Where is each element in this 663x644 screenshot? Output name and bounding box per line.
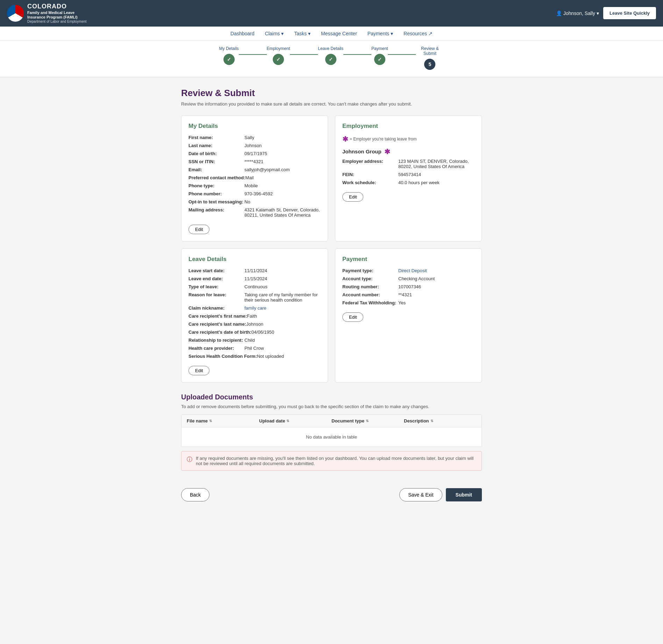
- field-email: Email: sallyjoh@yopmail.com: [188, 167, 321, 172]
- logo-text: COLORADO Family and Medical Leave Insura…: [27, 3, 87, 24]
- connector-3: [343, 54, 371, 55]
- col-description: Description ⇅: [404, 418, 476, 424]
- field-contact-method: Preferred contact method: Mail: [188, 175, 321, 180]
- field-fein: FEIN: 594573414: [342, 172, 475, 177]
- sort-icon-filename[interactable]: ⇅: [209, 419, 212, 423]
- label-care-dob: Care recipient's date of birth:: [188, 330, 251, 335]
- label-leave-reason: Reason for leave:: [188, 292, 244, 303]
- value-email: sallyjoh@yopmail.com: [244, 167, 290, 172]
- step-leave-details: Leave Details ✓: [318, 46, 343, 65]
- value-last-name: Johnson: [244, 143, 262, 148]
- label-ssn: SSN or ITIN:: [188, 159, 244, 164]
- value-leave-reason: Taking care of my family member for thei…: [244, 292, 321, 303]
- nav-claims[interactable]: Claims ▾: [265, 31, 284, 36]
- field-account-type: Account type: Checking Account: [342, 276, 475, 281]
- value-routing: 107007346: [398, 284, 421, 289]
- value-phone-number: 970-396-4592: [244, 191, 273, 196]
- warning-text: If any required documents are missing, y…: [196, 456, 476, 466]
- label-text-opt: Opt-in to text messaging:: [188, 199, 244, 204]
- value-ssn: *****4321: [244, 159, 263, 164]
- no-data-message: No data available in table: [306, 434, 357, 440]
- step-employment: Employment ✓: [267, 46, 290, 65]
- leave-details-card: Leave Details Leave start date: 11/11/20…: [181, 248, 328, 383]
- step-label-2: Employment: [267, 46, 290, 51]
- field-dob: Date of birth: 09/17/1975: [188, 151, 321, 156]
- label-contact-method: Preferred contact method:: [188, 175, 245, 180]
- label-phone-number: Phone number:: [188, 191, 244, 196]
- employer-legend: ✱ = Employer you're taking leave from: [342, 135, 475, 143]
- step-label-1: My Details: [219, 46, 239, 51]
- main-nav: Dashboard Claims ▾ Tasks ▾ Message Cente…: [0, 27, 663, 41]
- header-right: 👤 Johnson, Sally ▾ Leave Site Quickly: [556, 7, 656, 19]
- payment-card: Payment Payment type: Direct Deposit Acc…: [335, 248, 482, 383]
- sort-icon-upload-date[interactable]: ⇅: [286, 419, 289, 423]
- employer-header: Johnson Group ✱: [342, 147, 475, 156]
- cards-grid: My Details First name: Sally Last name: …: [181, 115, 482, 383]
- connector-4: [388, 54, 416, 55]
- my-details-title: My Details: [188, 123, 321, 130]
- my-details-edit-button[interactable]: Edit: [188, 225, 209, 234]
- field-text-opt: Opt-in to text messaging: No: [188, 199, 321, 204]
- user-menu[interactable]: 👤 Johnson, Sally ▾: [556, 10, 599, 16]
- field-first-name: First name: Sally: [188, 135, 321, 140]
- state-name: COLORADO: [27, 3, 87, 10]
- sort-icon-description[interactable]: ⇅: [430, 419, 433, 423]
- nav-resources[interactable]: Resources ↗: [404, 31, 433, 36]
- value-dob: 09/17/1975: [244, 151, 267, 156]
- field-routing: Routing number: 107007346: [342, 284, 475, 289]
- value-care-dob: 04/06/1950: [251, 330, 274, 335]
- field-phone-number: Phone number: 970-396-4592: [188, 191, 321, 196]
- nav-dashboard[interactable]: Dashboard: [230, 31, 255, 36]
- step-circle-5: 5: [424, 59, 435, 70]
- field-ssn: SSN or ITIN: *****4321: [188, 159, 321, 164]
- value-text-opt: No: [244, 199, 250, 204]
- field-leave-reason: Reason for leave: Taking care of my fami…: [188, 292, 321, 303]
- label-leave-type: Type of leave:: [188, 284, 244, 289]
- label-care-last: Care recipient's last name:: [188, 321, 246, 327]
- value-hcp: Phil Crow: [244, 346, 264, 351]
- field-work-schedule: Work schedule: 40.0 hours per week: [342, 180, 475, 185]
- employment-edit-button[interactable]: Edit: [342, 192, 363, 202]
- label-dob: Date of birth:: [188, 151, 244, 156]
- label-leave-start: Leave start date:: [188, 268, 244, 273]
- leave-details-edit-button[interactable]: Edit: [188, 366, 209, 375]
- top-header: COLORADO Family and Medical Leave Insura…: [0, 0, 663, 27]
- step-circle-4: ✓: [374, 54, 385, 65]
- claims-chevron: ▾: [281, 31, 284, 36]
- progress-steps: My Details ✓ Employment ✓ Leave Details …: [0, 46, 663, 70]
- nav-message-center[interactable]: Message Center: [321, 31, 357, 36]
- col-filename-label: File name: [187, 418, 208, 424]
- label-federal-tax: Federal Tax Withholding:: [342, 300, 398, 305]
- save-exit-button[interactable]: Save & Exit: [399, 488, 442, 501]
- submit-button[interactable]: Submit: [446, 488, 482, 501]
- step-payment: Payment ✓: [371, 46, 388, 65]
- col-description-label: Description: [404, 418, 429, 424]
- leave-site-button[interactable]: Leave Site Quickly: [603, 7, 656, 19]
- label-leave-end: Leave end date:: [188, 276, 244, 281]
- back-button[interactable]: Back: [181, 488, 209, 501]
- field-leave-type: Type of leave: Continuous: [188, 284, 321, 289]
- field-federal-tax: Federal Tax Withholding: Yes: [342, 300, 475, 305]
- nav-tasks[interactable]: Tasks ▾: [294, 31, 311, 36]
- label-fein: FEIN:: [342, 172, 398, 177]
- field-leave-start: Leave start date: 11/11/2024: [188, 268, 321, 273]
- connector-1: [239, 54, 267, 55]
- sort-icon-doc-type[interactable]: ⇅: [366, 419, 369, 423]
- step-my-details: My Details ✓: [219, 46, 239, 65]
- field-account-number: Account number: **4321: [342, 292, 475, 297]
- value-care-last: Johnson: [246, 321, 263, 327]
- nav-payments[interactable]: Payments ▾: [368, 31, 393, 36]
- value-employer-address: 123 MAIN ST, DENVER, Colorado, 80202, Un…: [398, 159, 475, 169]
- label-shcf: Serious Health Condition Form:: [188, 354, 257, 359]
- label-routing: Routing number:: [342, 284, 398, 289]
- label-phone-type: Phone type:: [188, 183, 244, 188]
- colorado-logo: [7, 5, 24, 22]
- user-name-label: Johnson, Sally: [563, 10, 595, 16]
- value-contact-method: Mail: [245, 175, 254, 180]
- legend-text: = Employer you're taking leave from: [350, 137, 416, 142]
- warning-box: ⓘ If any required documents are missing,…: [181, 451, 482, 471]
- field-shcf: Serious Health Condition Form: Not uploa…: [188, 354, 321, 359]
- step-circle-1: ✓: [223, 54, 235, 65]
- value-payment-type: Direct Deposit: [398, 268, 427, 273]
- payment-edit-button[interactable]: Edit: [342, 312, 363, 322]
